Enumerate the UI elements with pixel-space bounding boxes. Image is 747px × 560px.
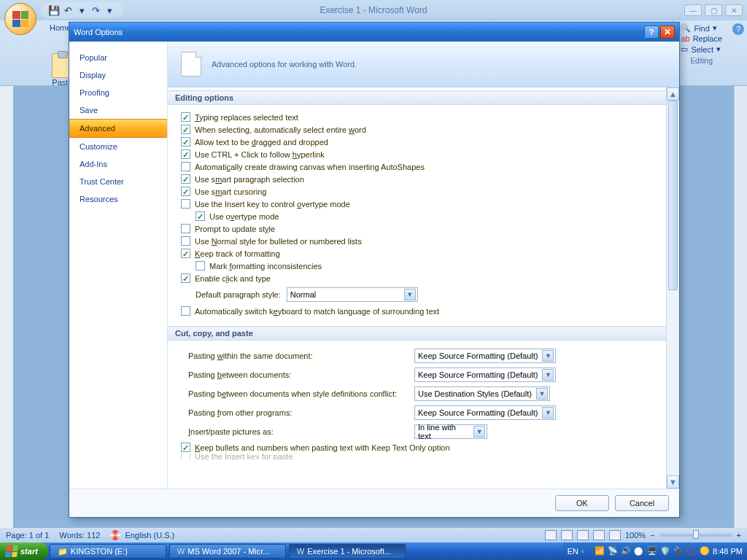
nav-display[interactable]: Display — [69, 66, 167, 84]
combo-paste-within[interactable]: Keep Source Formatting (Default)▼ — [414, 349, 556, 363]
nav-addins[interactable]: Add-Ins — [69, 155, 167, 173]
zoom-thumb[interactable] — [693, 530, 699, 539]
redo-icon[interactable]: ↷ — [90, 4, 101, 16]
scroll-track[interactable] — [667, 101, 679, 475]
tray-app1-icon[interactable]: ⬤ — [634, 546, 644, 556]
chevron-down-icon: ▼ — [404, 289, 416, 300]
tray-volume-icon[interactable]: 🔊 — [621, 546, 631, 556]
zoom-slider[interactable] — [659, 534, 732, 537]
lbl-prompt-style: Prompt to update style — [195, 225, 275, 233]
ribbon-help-icon[interactable]: ? — [732, 23, 744, 35]
undo-icon[interactable]: ↶ — [62, 4, 74, 16]
quick-access-toolbar: 💾 ↶ ▾ ↷ ▾ — [41, 2, 123, 18]
tray-network-icon[interactable]: 📶 — [595, 546, 605, 556]
chk-track-format[interactable] — [181, 249, 190, 258]
tray-app2-icon[interactable]: 🖥️ — [647, 546, 657, 556]
qat-customize-icon[interactable]: ▾ — [104, 4, 115, 16]
view-web-layout[interactable] — [577, 530, 589, 540]
chk-ctrl-click[interactable] — [181, 149, 190, 159]
lbl-paste-conflict: Pasting between documents when style def… — [188, 389, 414, 398]
nav-save[interactable]: Save — [69, 101, 167, 119]
dialog-nav: Popular Display Proofing Save Advanced C… — [69, 42, 167, 489]
status-lang[interactable]: English (U.S.) — [125, 531, 174, 540]
combo-paste-between[interactable]: Keep Source Formatting (Default)▼ — [414, 368, 556, 382]
tray-clock[interactable]: 8:48 PM — [713, 547, 743, 556]
chk-drag-drop[interactable] — [181, 137, 190, 147]
nav-proofing[interactable]: Proofing — [69, 84, 167, 101]
save-icon[interactable]: 💾 — [48, 4, 60, 16]
view-print-layout[interactable] — [545, 530, 557, 540]
nav-resources[interactable]: Resources — [69, 190, 167, 208]
chk-normal-bullets[interactable] — [181, 236, 190, 246]
tray-usb-icon[interactable]: 🔌 — [673, 546, 684, 556]
nav-advanced[interactable]: Advanced — [69, 119, 168, 138]
ok-button[interactable]: OK — [555, 495, 609, 511]
select-button[interactable]: ▭Select▾ — [681, 44, 722, 54]
chk-click-type[interactable] — [181, 273, 190, 283]
chk-overtype[interactable] — [196, 211, 205, 221]
replace-button[interactable]: abReplace — [681, 34, 722, 43]
combo-insert-pictures[interactable]: In line with text▼ — [414, 424, 487, 439]
view-draft[interactable] — [609, 530, 621, 540]
combo-paste-other[interactable]: Keep Source Formatting (Default)▼ — [414, 405, 556, 420]
chk-insert-overtype[interactable] — [181, 199, 190, 209]
chk-auto-keyboard[interactable] — [181, 306, 190, 316]
dialog-help-button[interactable]: ? — [644, 26, 659, 39]
chk-smart-cursor[interactable] — [181, 187, 190, 196]
chk-keep-bullets[interactable] — [181, 443, 190, 452]
folder-icon: 📁 — [58, 547, 68, 556]
lang-indicator[interactable]: EN — [568, 547, 578, 556]
lbl-track-format: Keep track of formatting — [195, 249, 280, 258]
view-outline[interactable] — [593, 530, 605, 540]
tray-antivirus-icon[interactable]: ◯ — [686, 546, 697, 556]
maximize-button[interactable]: ▢ — [705, 4, 722, 16]
tray-chevron-icon[interactable]: ‹ — [581, 546, 592, 556]
dialog-close-button[interactable]: ✕ — [660, 26, 675, 39]
task-kingston[interactable]: 📁KINGSTON (E:) — [50, 544, 166, 559]
zoom-out-button[interactable]: − — [650, 531, 654, 540]
tray-updates-icon[interactable]: 🟡 — [700, 546, 710, 556]
proofing-icon[interactable] — [110, 530, 120, 540]
lbl-drag-drop: Allow text to be dragged and dropped — [195, 138, 328, 147]
task-msword[interactable]: WMS Word 2007 - Micr... — [169, 544, 286, 559]
lbl-auto-keyboard: Automatically switch keyboard to match l… — [195, 307, 439, 316]
dialog-scrollbar[interactable]: ▲ ▼ — [666, 88, 679, 489]
chk-auto-canvas[interactable] — [181, 162, 190, 171]
chk-prompt-style[interactable] — [181, 224, 190, 233]
chk-smart-para[interactable] — [181, 174, 190, 184]
vertical-scrollbar[interactable] — [734, 86, 747, 528]
status-words[interactable]: Words: 112 — [59, 531, 100, 540]
zoom-level[interactable]: 100% — [625, 531, 646, 540]
view-full-screen[interactable] — [561, 530, 573, 540]
cancel-button[interactable]: Cancel — [615, 495, 669, 511]
scroll-thumb[interactable] — [668, 101, 678, 290]
find-button[interactable]: 🔍Find▾ — [681, 23, 722, 33]
scroll-down-button[interactable]: ▼ — [667, 475, 679, 489]
minimize-button[interactable]: — — [684, 4, 702, 16]
find-icon: 🔍 — [681, 23, 691, 33]
start-button[interactable]: start — [0, 542, 48, 560]
qat-dropdown-icon[interactable]: ▾ — [76, 4, 88, 16]
system-tray: EN ‹ 📶 📡 🔊 ⬤ 🖥️ 🛡️ 🔌 ◯ 🟡 8:48 PM — [563, 542, 747, 560]
task-exercise[interactable]: WExercise 1 - Microsoft... — [289, 544, 406, 559]
lbl-insert-pictures: Insert/paste pictures as: — [188, 427, 414, 436]
tray-shield-icon[interactable]: 🛡️ — [660, 546, 670, 556]
nav-customize[interactable]: Customize — [69, 138, 167, 155]
nav-popular[interactable]: Popular — [69, 49, 167, 66]
vertical-ruler — [0, 86, 13, 528]
nav-trust[interactable]: Trust Center — [69, 173, 167, 190]
scroll-up-button[interactable]: ▲ — [667, 88, 679, 101]
chk-auto-select-word[interactable] — [181, 125, 190, 134]
combo-default-style[interactable]: Normal▼ — [287, 287, 418, 302]
tray-wifi-icon[interactable]: 📡 — [608, 546, 618, 556]
chk-insert-paste[interactable] — [181, 454, 190, 459]
zoom-in-button[interactable]: + — [737, 531, 741, 540]
chk-mark-format[interactable] — [196, 261, 205, 271]
combo-paste-conflict[interactable]: Use Destination Styles (Default)▼ — [414, 386, 550, 401]
lbl-auto-canvas: Automatically create drawing canvas when… — [195, 163, 425, 171]
status-page[interactable]: Page: 1 of 1 — [6, 531, 49, 540]
dialog-footer: OK Cancel — [69, 489, 679, 517]
chk-typing-replaces[interactable] — [181, 112, 190, 122]
office-button[interactable] — [4, 3, 36, 35]
close-button[interactable]: ✕ — [725, 4, 743, 16]
